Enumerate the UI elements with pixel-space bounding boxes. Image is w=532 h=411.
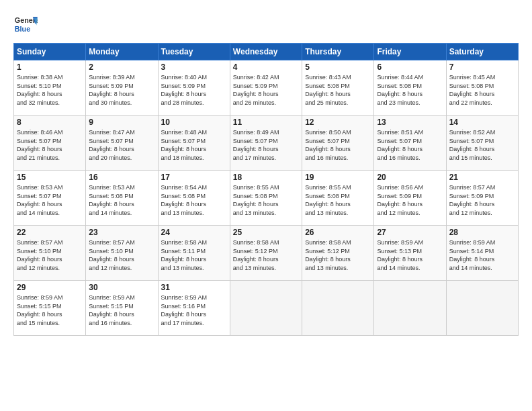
- cell-info: Sunrise: 8:57 AM Sunset: 5:10 PM Dayligh…: [89, 238, 154, 272]
- calendar-week-row: 1Sunrise: 8:38 AM Sunset: 5:10 PM Daylig…: [14, 60, 519, 116]
- calendar-cell: 3Sunrise: 8:40 AM Sunset: 5:09 PM Daylig…: [158, 60, 230, 116]
- cell-info: Sunrise: 8:45 AM Sunset: 5:08 PM Dayligh…: [449, 73, 515, 107]
- calendar-cell: [446, 281, 518, 336]
- cell-info: Sunrise: 8:59 AM Sunset: 5:15 PM Dayligh…: [17, 293, 83, 327]
- calendar-table: SundayMondayTuesdayWednesdayThursdayFrid…: [13, 43, 519, 336]
- cell-info: Sunrise: 8:40 AM Sunset: 5:09 PM Dayligh…: [161, 73, 227, 107]
- day-number: 11: [233, 118, 299, 127]
- day-number: 13: [377, 118, 443, 127]
- day-number: 6: [377, 62, 443, 72]
- day-number: 2: [89, 62, 154, 72]
- calendar-cell: 18Sunrise: 8:55 AM Sunset: 5:08 PM Dayli…: [230, 171, 302, 226]
- calendar-cell: 25Sunrise: 8:58 AM Sunset: 5:12 PM Dayli…: [230, 226, 302, 281]
- cell-info: Sunrise: 8:59 AM Sunset: 5:15 PM Dayligh…: [89, 293, 154, 327]
- day-number: 21: [449, 173, 515, 182]
- day-number: 1: [17, 62, 83, 72]
- calendar-cell: 13Sunrise: 8:51 AM Sunset: 5:07 PM Dayli…: [374, 116, 446, 171]
- col-header-monday: Monday: [86, 44, 158, 60]
- col-header-thursday: Thursday: [302, 44, 374, 60]
- calendar-cell: 19Sunrise: 8:55 AM Sunset: 5:08 PM Dayli…: [302, 171, 374, 226]
- calendar-header-row: SundayMondayTuesdayWednesdayThursdayFrid…: [14, 44, 519, 60]
- day-number: 25: [233, 228, 299, 237]
- day-number: 14: [449, 118, 515, 127]
- day-number: 4: [233, 62, 299, 72]
- cell-info: Sunrise: 8:57 AM Sunset: 5:09 PM Dayligh…: [449, 183, 515, 217]
- cell-info: Sunrise: 8:58 AM Sunset: 5:11 PM Dayligh…: [161, 238, 227, 272]
- calendar-cell: 21Sunrise: 8:57 AM Sunset: 5:09 PM Dayli…: [446, 171, 518, 226]
- col-header-sunday: Sunday: [14, 44, 86, 60]
- calendar-cell: 16Sunrise: 8:53 AM Sunset: 5:08 PM Dayli…: [86, 171, 158, 226]
- day-number: 20: [377, 173, 443, 182]
- calendar-cell: 23Sunrise: 8:57 AM Sunset: 5:10 PM Dayli…: [86, 226, 158, 281]
- col-header-tuesday: Tuesday: [158, 44, 230, 60]
- day-number: 7: [449, 62, 515, 72]
- calendar-week-row: 29Sunrise: 8:59 AM Sunset: 5:15 PM Dayli…: [14, 281, 519, 336]
- col-header-friday: Friday: [374, 44, 446, 60]
- calendar-cell: [374, 281, 446, 336]
- calendar-cell: 20Sunrise: 8:56 AM Sunset: 5:09 PM Dayli…: [374, 171, 446, 226]
- calendar-cell: 12Sunrise: 8:50 AM Sunset: 5:07 PM Dayli…: [302, 116, 374, 171]
- day-number: 12: [305, 118, 371, 127]
- col-header-saturday: Saturday: [446, 44, 518, 60]
- day-number: 5: [305, 62, 371, 72]
- day-number: 10: [161, 118, 227, 127]
- cell-info: Sunrise: 8:59 AM Sunset: 5:13 PM Dayligh…: [377, 238, 443, 272]
- day-number: 28: [449, 228, 515, 237]
- calendar-week-row: 22Sunrise: 8:57 AM Sunset: 5:10 PM Dayli…: [14, 226, 519, 281]
- day-number: 19: [305, 173, 371, 182]
- cell-info: Sunrise: 8:51 AM Sunset: 5:07 PM Dayligh…: [377, 128, 443, 162]
- cell-info: Sunrise: 8:59 AM Sunset: 5:14 PM Dayligh…: [449, 238, 515, 272]
- calendar-cell: 31Sunrise: 8:59 AM Sunset: 5:16 PM Dayli…: [158, 281, 230, 336]
- calendar-cell: [230, 281, 302, 336]
- calendar-week-row: 8Sunrise: 8:46 AM Sunset: 5:07 PM Daylig…: [14, 116, 519, 171]
- calendar-cell: 1Sunrise: 8:38 AM Sunset: 5:10 PM Daylig…: [14, 60, 86, 116]
- day-number: 22: [17, 228, 83, 237]
- calendar-cell: 28Sunrise: 8:59 AM Sunset: 5:14 PM Dayli…: [446, 226, 518, 281]
- day-number: 31: [161, 283, 227, 292]
- calendar-cell: 10Sunrise: 8:48 AM Sunset: 5:07 PM Dayli…: [158, 116, 230, 171]
- day-number: 8: [17, 118, 83, 127]
- calendar-cell: 5Sunrise: 8:43 AM Sunset: 5:08 PM Daylig…: [302, 60, 374, 116]
- calendar-cell: 15Sunrise: 8:53 AM Sunset: 5:07 PM Dayli…: [14, 171, 86, 226]
- cell-info: Sunrise: 8:57 AM Sunset: 5:10 PM Dayligh…: [17, 238, 83, 272]
- cell-info: Sunrise: 8:50 AM Sunset: 5:07 PM Dayligh…: [305, 128, 371, 162]
- day-number: 24: [161, 228, 227, 237]
- cell-info: Sunrise: 8:53 AM Sunset: 5:07 PM Dayligh…: [17, 183, 83, 217]
- calendar-cell: [302, 281, 374, 336]
- day-number: 23: [89, 228, 154, 237]
- cell-info: Sunrise: 8:55 AM Sunset: 5:08 PM Dayligh…: [305, 183, 371, 217]
- calendar-cell: 7Sunrise: 8:45 AM Sunset: 5:08 PM Daylig…: [446, 60, 518, 116]
- cell-info: Sunrise: 8:46 AM Sunset: 5:07 PM Dayligh…: [17, 128, 83, 162]
- calendar-cell: 26Sunrise: 8:58 AM Sunset: 5:12 PM Dayli…: [302, 226, 374, 281]
- cell-info: Sunrise: 8:47 AM Sunset: 5:07 PM Dayligh…: [89, 128, 154, 162]
- calendar-cell: 9Sunrise: 8:47 AM Sunset: 5:07 PM Daylig…: [86, 116, 158, 171]
- cell-info: Sunrise: 8:54 AM Sunset: 5:08 PM Dayligh…: [161, 183, 227, 217]
- logo-icon: General Blue: [13, 12, 38, 36]
- cell-info: Sunrise: 8:52 AM Sunset: 5:07 PM Dayligh…: [449, 128, 515, 162]
- calendar-cell: 22Sunrise: 8:57 AM Sunset: 5:10 PM Dayli…: [14, 226, 86, 281]
- day-number: 3: [161, 62, 227, 72]
- cell-info: Sunrise: 8:55 AM Sunset: 5:08 PM Dayligh…: [233, 183, 299, 217]
- day-number: 9: [89, 118, 154, 127]
- calendar-cell: 2Sunrise: 8:39 AM Sunset: 5:09 PM Daylig…: [86, 60, 158, 116]
- calendar-cell: 17Sunrise: 8:54 AM Sunset: 5:08 PM Dayli…: [158, 171, 230, 226]
- calendar-cell: 4Sunrise: 8:42 AM Sunset: 5:09 PM Daylig…: [230, 60, 302, 116]
- cell-info: Sunrise: 8:39 AM Sunset: 5:09 PM Dayligh…: [89, 73, 154, 107]
- cell-info: Sunrise: 8:44 AM Sunset: 5:08 PM Dayligh…: [377, 73, 443, 107]
- calendar-cell: 27Sunrise: 8:59 AM Sunset: 5:13 PM Dayli…: [374, 226, 446, 281]
- day-number: 18: [233, 173, 299, 182]
- calendar-week-row: 15Sunrise: 8:53 AM Sunset: 5:07 PM Dayli…: [14, 171, 519, 226]
- cell-info: Sunrise: 8:59 AM Sunset: 5:16 PM Dayligh…: [161, 293, 227, 327]
- cell-info: Sunrise: 8:58 AM Sunset: 5:12 PM Dayligh…: [305, 238, 371, 272]
- calendar-cell: 6Sunrise: 8:44 AM Sunset: 5:08 PM Daylig…: [374, 60, 446, 116]
- day-number: 27: [377, 228, 443, 237]
- calendar-cell: 14Sunrise: 8:52 AM Sunset: 5:07 PM Dayli…: [446, 116, 518, 171]
- cell-info: Sunrise: 8:49 AM Sunset: 5:07 PM Dayligh…: [233, 128, 299, 162]
- cell-info: Sunrise: 8:43 AM Sunset: 5:08 PM Dayligh…: [305, 73, 371, 107]
- page-header: General Blue: [13, 12, 519, 36]
- col-header-wednesday: Wednesday: [230, 44, 302, 60]
- cell-info: Sunrise: 8:42 AM Sunset: 5:09 PM Dayligh…: [233, 73, 299, 107]
- day-number: 26: [305, 228, 371, 237]
- cell-info: Sunrise: 8:38 AM Sunset: 5:10 PM Dayligh…: [17, 73, 83, 107]
- day-number: 16: [89, 173, 154, 182]
